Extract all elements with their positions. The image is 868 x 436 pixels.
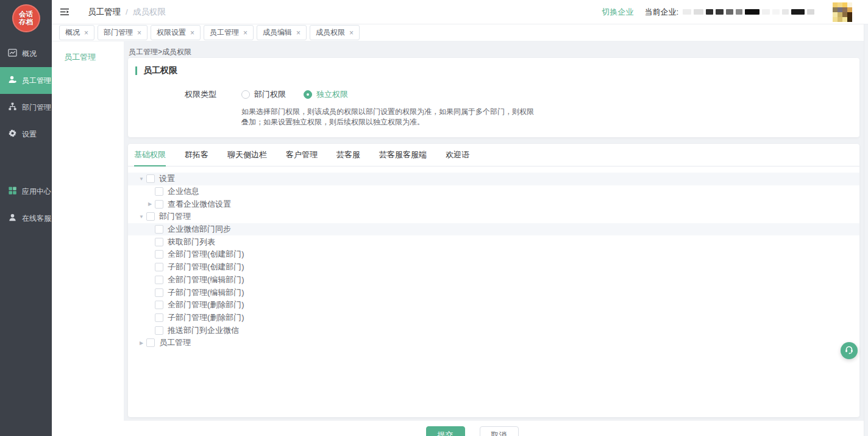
radio-label: 独立权限 <box>316 89 348 100</box>
redaction-block <box>706 9 713 15</box>
top-header: 员工管理 / 成员权限 切换企业 当前企业: <box>52 0 868 24</box>
radio-icon[interactable] <box>304 90 312 99</box>
tree-row: 获取部门列表 <box>128 235 859 248</box>
close-tab-icon[interactable]: × <box>137 29 141 37</box>
open-tab-label: 成员编辑 <box>263 27 292 38</box>
tree-checkbox[interactable] <box>155 225 163 234</box>
tree-row: 设置 <box>128 173 859 185</box>
permission-hint-line2: 叠加；如果设置独立权限，则后续权限以独立权限为准。 <box>241 117 859 127</box>
avatar-pixel <box>842 7 847 12</box>
grid-icon <box>8 186 17 197</box>
radio-option[interactable]: 独立权限 <box>304 89 348 100</box>
radio-icon[interactable] <box>241 90 250 99</box>
tree-row: 子部门管理(删除部门) <box>128 312 859 324</box>
tree-checkbox[interactable] <box>155 276 163 284</box>
tree-checkbox[interactable] <box>155 263 163 271</box>
tree-checkbox[interactable] <box>155 250 163 259</box>
logo-text-line1: 会话 <box>19 10 33 18</box>
sidebar-item-label: 部门管理 <box>22 102 51 113</box>
sidebar-item-online-service[interactable]: 在线客服 <box>0 205 52 232</box>
submenu-item-employees[interactable]: 员工管理 <box>64 52 124 63</box>
permission-tab[interactable]: 芸客服 <box>336 144 360 166</box>
open-tab[interactable]: 概况 × <box>59 25 94 40</box>
avatar-pixel <box>847 12 852 17</box>
footer-action-bar: 提交 取消 <box>52 421 868 436</box>
redaction-block <box>694 9 703 15</box>
permission-tab[interactable]: 芸客服客服端 <box>379 144 427 166</box>
permission-tab-label: 聊天侧边栏 <box>227 149 267 160</box>
close-tab-icon[interactable]: × <box>84 29 88 37</box>
tree-checkbox[interactable] <box>155 301 163 309</box>
tree-row: 企业微信部门同步 <box>128 223 859 236</box>
radio-option[interactable]: 部门权限 <box>241 89 286 100</box>
collapse-sidebar-icon[interactable] <box>60 7 69 16</box>
tree-checkbox[interactable] <box>146 212 155 221</box>
permission-tab[interactable]: 群拓客 <box>185 144 208 166</box>
avatar-pixel <box>838 7 842 12</box>
permission-tab[interactable]: 聊天侧边栏 <box>227 144 267 166</box>
permission-tab-label: 群拓客 <box>185 149 208 160</box>
permission-tree: 设置 企业信息 查看企业微信设置 部门管理 <box>128 166 859 349</box>
permission-hint-line1: 如果选择部门权限，则该成员的权限以部门设置的权限为准，如果同属于多个部门，则权限 <box>241 107 859 117</box>
tree-node-label: 子部门管理(编辑部门) <box>168 287 244 298</box>
tree-checkbox[interactable] <box>146 174 155 183</box>
sidebar-item-employees[interactable]: 员工管理 <box>0 67 52 94</box>
open-tab-label: 员工管理 <box>210 27 239 38</box>
tree-checkbox[interactable] <box>155 238 163 246</box>
tree-toggle-icon[interactable] <box>137 214 146 220</box>
sidebar-item-app-center[interactable]: 应用中心 <box>0 178 52 205</box>
tree-checkbox[interactable] <box>155 326 163 335</box>
permission-hint: 如果选择部门权限，则该成员的权限以部门设置的权限为准，如果同属于多个部门，则权限… <box>241 107 859 127</box>
tree-checkbox[interactable] <box>155 187 163 196</box>
tree-checkbox[interactable] <box>155 200 163 209</box>
sidebar-item-label: 概况 <box>22 49 37 59</box>
sidebar-item-overview[interactable]: 概况 <box>0 40 52 67</box>
sidebar-item-label: 应用中心 <box>22 187 51 197</box>
tree-checkbox[interactable] <box>155 313 163 322</box>
tree-checkbox[interactable] <box>155 288 163 297</box>
avatar-pixel <box>842 12 847 17</box>
redaction-block <box>716 9 724 15</box>
permission-tab-label: 基础权限 <box>134 149 166 160</box>
tree-row: 推送部门到企业微信 <box>128 324 859 337</box>
section-accent-bar <box>135 66 137 75</box>
org-chart-icon <box>8 102 17 113</box>
avatar[interactable] <box>833 2 852 22</box>
sidebar-item-settings[interactable]: 设置 <box>0 121 52 148</box>
open-tab[interactable]: 部门管理 × <box>98 25 148 40</box>
tree-checkbox[interactable] <box>146 338 155 347</box>
avatar-pixel <box>838 12 842 17</box>
tree-node-label: 部门管理 <box>159 211 191 222</box>
radio-label: 部门权限 <box>254 89 286 100</box>
switch-company-link[interactable]: 切换企业 <box>602 7 633 18</box>
open-tab-label: 成员权限 <box>316 27 345 38</box>
open-tab[interactable]: 成员编辑 × <box>257 25 307 40</box>
open-tab[interactable]: 员工管理 × <box>204 25 254 40</box>
tree-toggle-icon[interactable] <box>137 340 146 346</box>
submit-button[interactable]: 提交 <box>426 426 465 436</box>
tree-node-label: 获取部门列表 <box>168 237 215 248</box>
tree-toggle-icon[interactable] <box>137 176 146 182</box>
app-window: 会话 存档 概况 员工管理 部门管理 设置 应用中心 在线客服 <box>0 0 868 436</box>
main-content: 员工管理>成员权限 员工权限 权限类型 部门权限 独立权限 <box>124 41 868 436</box>
customer-service-button[interactable] <box>841 342 858 359</box>
sidebar-item-departments[interactable]: 部门管理 <box>0 94 52 121</box>
cancel-button[interactable]: 取消 <box>480 426 519 436</box>
scrollbar-gutter[interactable] <box>864 24 868 436</box>
close-tab-icon[interactable]: × <box>349 29 354 37</box>
open-tab[interactable]: 成员权限 × <box>310 25 360 40</box>
breadcrumb-parent[interactable]: 员工管理 <box>88 7 121 18</box>
close-tab-icon[interactable]: × <box>296 29 301 37</box>
open-tab[interactable]: 权限设置 × <box>151 25 201 40</box>
user-icon <box>8 75 17 86</box>
permission-tab[interactable]: 基础权限 <box>134 144 166 166</box>
tree-row: 子部门管理(创建部门) <box>128 261 859 274</box>
tree-toggle-icon[interactable] <box>145 201 155 207</box>
permission-type-radio-group: 部门权限 独立权限 <box>241 89 348 100</box>
close-tab-icon[interactable]: × <box>190 29 194 37</box>
avatar-pixel <box>847 17 852 22</box>
permission-tab[interactable]: 欢迎语 <box>446 144 469 166</box>
permission-tab[interactable]: 客户管理 <box>286 144 318 166</box>
close-tab-icon[interactable]: × <box>243 29 247 37</box>
open-tab-label: 部门管理 <box>104 27 133 38</box>
